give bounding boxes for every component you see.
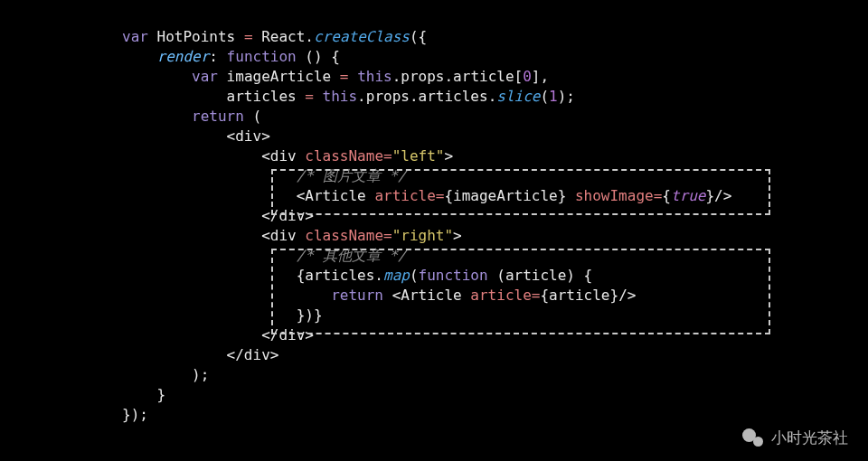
- line-18: );: [122, 366, 209, 383]
- line-9: <Article article={imageArticle} showImag…: [122, 187, 731, 204]
- line-15: })}: [122, 306, 323, 324]
- line-14: return <Article article={article}/>: [122, 287, 636, 304]
- watermark: 小时光茶社: [742, 428, 848, 448]
- line-2: render: function () {: [122, 48, 340, 65]
- line-10: </div>: [122, 207, 314, 224]
- line-20: });: [122, 406, 148, 423]
- line-5: return (: [122, 108, 261, 125]
- line-16: </div>: [122, 326, 314, 343]
- line-7: <div className="left">: [122, 147, 453, 165]
- line-11: <div className="right">: [122, 227, 462, 244]
- line-1: var HotPoints = React.createClass({: [122, 28, 427, 45]
- line-13: {articles.map(function (article) {: [122, 267, 592, 284]
- line-4: articles = this.props.articles.slice(1);: [122, 88, 575, 105]
- line-17: </div>: [122, 346, 278, 363]
- line-12: /* 其他文章 */: [122, 247, 406, 264]
- line-3: var imageArticle = this.props.article[0]…: [122, 68, 549, 85]
- wechat-icon: [742, 428, 766, 448]
- line-6: <div>: [122, 127, 270, 145]
- code-block: var HotPoints = React.createClass({ rend…: [122, 27, 731, 425]
- line-8: /* 图片文章 */: [122, 167, 406, 184]
- line-19: }: [122, 386, 165, 403]
- watermark-text: 小时光茶社: [771, 428, 848, 448]
